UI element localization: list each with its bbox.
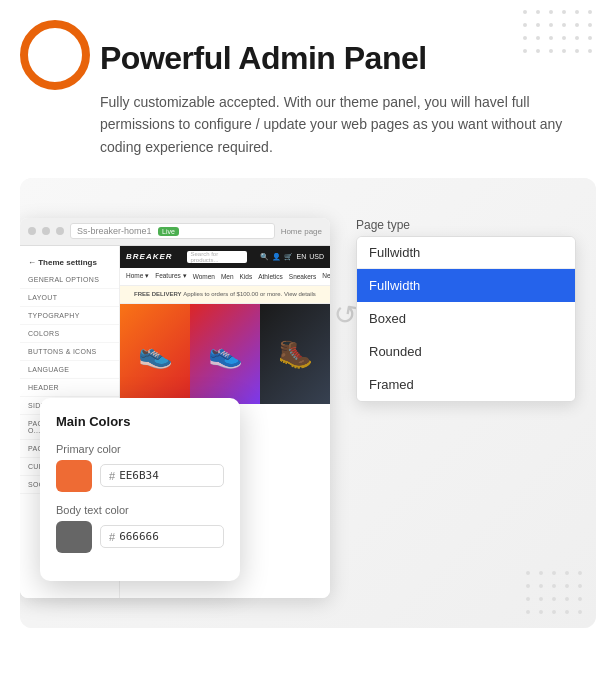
color-panel-title: Main Colors	[56, 414, 224, 429]
hash-sign-1: #	[109, 470, 115, 482]
browser-dot-2	[42, 227, 50, 235]
dropdown-label: Page type	[356, 218, 576, 232]
primary-color-input-row: # EE6B34	[56, 460, 224, 492]
store-img-2: 👟	[190, 304, 260, 404]
hash-sign-2: #	[109, 531, 115, 543]
dropdown-current-value[interactable]: Fullwidth	[357, 237, 575, 269]
browser-dot-1	[28, 227, 36, 235]
sidebar-item-language[interactable]: LANGUAGE	[20, 361, 119, 379]
browser-url: Ss-breaker-home1 Live	[70, 223, 275, 239]
sneaker-icon-3: 🥾	[260, 304, 330, 404]
browser-dot-3	[56, 227, 64, 235]
dropdown-container[interactable]: Fullwidth Fullwidth Boxed Rounded Framed	[356, 236, 576, 402]
body-text-color-row: Body text color # 666666	[56, 504, 224, 553]
decorative-dots-top	[523, 10, 596, 57]
sneaker-icon-2: 👟	[190, 304, 260, 404]
page-type-dropdown-panel: Page type Fullwidth Fullwidth Boxed Roun…	[356, 218, 576, 402]
main-content-area: Ss-breaker-home1 Live Home page ← Theme …	[20, 178, 596, 628]
sidebar-item-layout[interactable]: LAYOUT	[20, 289, 119, 307]
sidebar-header: ← Theme settings	[20, 254, 119, 271]
sidebar-item-header[interactable]: HEADER	[20, 379, 119, 397]
nav-news[interactable]: News ▾	[322, 272, 330, 280]
browser-bar: Ss-breaker-home1 Live Home page	[20, 218, 330, 246]
store-img-3: 🥾	[260, 304, 330, 404]
heading-block: Powerful Admin Panel Fully customizable …	[100, 30, 576, 158]
dropdown-option-fullwidth[interactable]: Fullwidth	[357, 269, 575, 302]
sidebar-item-buttons[interactable]: BUTTONS & ICONS	[20, 343, 119, 361]
store-search-bar[interactable]: Search for products...	[187, 251, 247, 263]
nav-athletics[interactable]: Athletics	[258, 273, 283, 280]
body-text-color-input-row: # 666666	[56, 521, 224, 553]
nav-features[interactable]: Features ▾	[155, 272, 186, 280]
nav-home[interactable]: Home ▾	[126, 272, 149, 280]
top-section: Powerful Admin Panel Fully customizable …	[0, 0, 616, 178]
description-text: Fully customizable accepted. With our th…	[100, 91, 576, 158]
sneaker-icon-1: 👟	[120, 304, 190, 404]
store-top-bar: BREAKER Search for products... 🔍 👤 🛒 EN …	[120, 246, 330, 268]
page-title: Powerful Admin Panel	[100, 40, 576, 77]
nav-kids[interactable]: Kids	[240, 273, 253, 280]
logo-circle	[20, 20, 90, 90]
decorative-dots-bottom	[526, 571, 586, 618]
primary-color-swatch[interactable]	[56, 460, 92, 492]
store-img-1: 👟	[120, 304, 190, 404]
primary-hex-value: EE6B34	[119, 469, 159, 482]
free-delivery-bar: FREE DELIVERY Applies to orders of $100.…	[120, 286, 330, 304]
nav-men[interactable]: Men	[221, 273, 234, 280]
store-nav: Home ▾ Features ▾ Women Men Kids Athleti…	[120, 268, 330, 286]
dropdown-option-rounded[interactable]: Rounded	[357, 335, 575, 368]
sidebar-item-colors[interactable]: COLORS	[20, 325, 119, 343]
home-page-label: Home page	[281, 227, 322, 236]
color-panel: Main Colors Primary color # EE6B34 Body …	[40, 398, 240, 581]
sidebar-item-general[interactable]: GENERAL OPTIONS	[20, 271, 119, 289]
primary-color-row: Primary color # EE6B34	[56, 443, 224, 492]
nav-women[interactable]: Women	[193, 273, 215, 280]
body-text-color-field[interactable]: # 666666	[100, 525, 224, 548]
store-image-area: 👟 👟 🥾	[120, 304, 330, 404]
live-badge: Live	[158, 227, 179, 236]
dropdown-option-framed[interactable]: Framed	[357, 368, 575, 401]
store-logo: BREAKER	[126, 252, 173, 261]
primary-color-field[interactable]: # EE6B34	[100, 464, 224, 487]
body-text-hex-value: 666666	[119, 530, 159, 543]
nav-sneakers[interactable]: Sneakers	[289, 273, 316, 280]
dropdown-option-boxed[interactable]: Boxed	[357, 302, 575, 335]
body-text-color-label: Body text color	[56, 504, 224, 516]
body-text-color-swatch[interactable]	[56, 521, 92, 553]
sidebar-item-typography[interactable]: TYPOGRAPHY	[20, 307, 119, 325]
store-actions: 🔍 👤 🛒 EN USD	[260, 253, 324, 261]
primary-color-label: Primary color	[56, 443, 224, 455]
